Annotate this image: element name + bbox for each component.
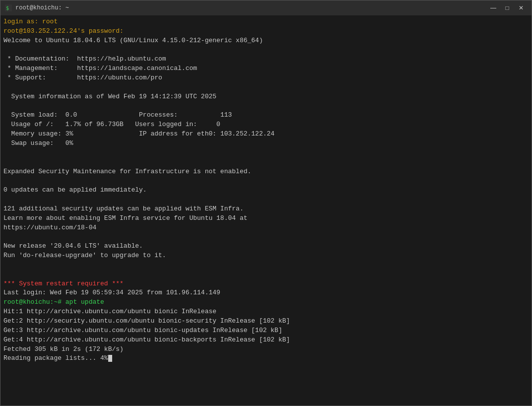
restore-button[interactable]: □ (501, 2, 514, 13)
close-button[interactable]: ✕ (515, 2, 528, 13)
svg-text:$: $ (6, 5, 9, 11)
terminal-output[interactable]: login as: root root@103.252.122.24's pas… (0, 15, 532, 406)
window-controls: — □ ✕ (487, 2, 528, 13)
terminal-window: $ root@khoichu: ~ — □ ✕ login as: root r… (0, 0, 532, 406)
minimize-button[interactable]: — (487, 2, 500, 13)
window-title: root@khoichu: ~ (15, 4, 69, 11)
title-bar: $ root@khoichu: ~ — □ ✕ (0, 0, 532, 15)
terminal-icon: $ (4, 4, 12, 12)
title-bar-left: $ root@khoichu: ~ (4, 4, 69, 12)
terminal-text: login as: root root@103.252.122.24's pas… (3, 17, 529, 363)
